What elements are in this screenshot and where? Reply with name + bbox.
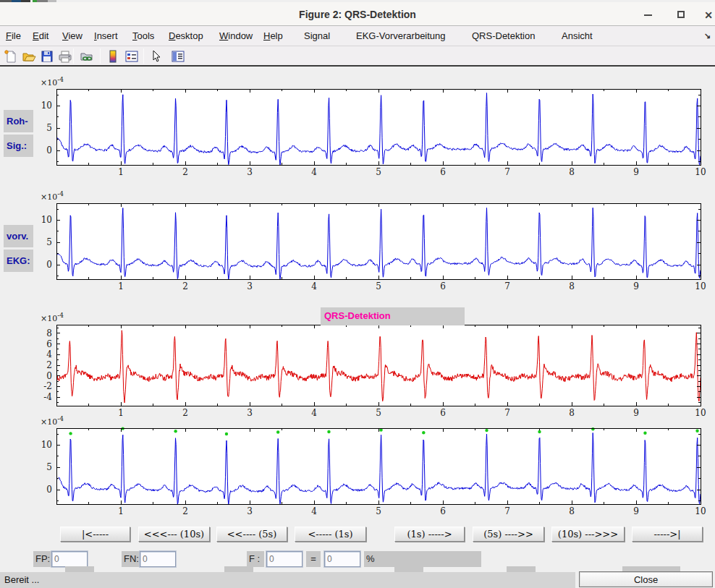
toolbar-separator <box>143 48 144 64</box>
ecg-plots: 123456789100510×10-4123456789100510×10-4… <box>0 72 715 522</box>
r-peak-marker <box>485 429 488 432</box>
edit-plot-icon[interactable] <box>148 48 164 64</box>
menu-qrs-detektion[interactable]: QRS-Detektion <box>472 30 535 41</box>
minimize-button[interactable] <box>640 8 656 22</box>
toolbar <box>0 46 715 67</box>
nav-forward-1s-button[interactable]: (1s) -----> <box>394 527 465 542</box>
svg-text:9: 9 <box>633 167 639 177</box>
svg-text:2: 2 <box>182 408 188 418</box>
menu-edit[interactable]: Edit <box>33 30 48 41</box>
fp-input[interactable] <box>51 551 88 567</box>
svg-text:10: 10 <box>695 167 706 177</box>
svg-text:8: 8 <box>569 408 575 418</box>
menu-tools[interactable]: Tools <box>132 30 154 41</box>
svg-text:5: 5 <box>46 237 52 247</box>
print-figure-icon[interactable] <box>57 48 73 64</box>
menu-file[interactable]: File <box>6 30 21 41</box>
svg-text:×10-4: ×10-4 <box>41 312 64 323</box>
status-bar: Bereit ... <box>0 572 575 588</box>
svg-text:×10-4: ×10-4 <box>41 76 64 88</box>
svg-text:×10-4: ×10-4 <box>41 190 64 202</box>
svg-text:-4: -4 <box>43 392 52 402</box>
r-peak-marker <box>121 427 124 430</box>
qrs-title: QRS-Detektion <box>321 307 465 324</box>
equals-label: = <box>306 551 321 567</box>
menu-insert[interactable]: Insert <box>94 30 118 41</box>
svg-text:10: 10 <box>695 281 706 291</box>
svg-text:4: 4 <box>311 281 317 291</box>
svg-text:7: 7 <box>504 281 510 291</box>
svg-text:5: 5 <box>46 462 52 472</box>
svg-text:1: 1 <box>118 167 124 177</box>
menu-ekg-vorverarbeitung[interactable]: EKG-Vorverarbeitung <box>356 30 446 41</box>
fn-label: FN: <box>122 551 140 567</box>
svg-text:9: 9 <box>633 506 639 516</box>
r-peak-marker <box>276 430 279 433</box>
svg-text:10: 10 <box>41 215 52 225</box>
title-bar[interactable]: Figure 2: QRS-Detektion ✕ <box>0 2 715 26</box>
close-window-button[interactable]: ✕ <box>701 8 715 22</box>
svg-text:6: 6 <box>440 408 446 418</box>
r-peak-marker <box>538 430 541 433</box>
f-percent-input[interactable] <box>324 551 360 567</box>
svg-text:7: 7 <box>504 167 510 177</box>
svg-text:3: 3 <box>247 408 253 418</box>
label-vorv: vorv. <box>4 225 33 247</box>
svg-text:0: 0 <box>46 485 52 495</box>
save-figure-icon[interactable] <box>39 48 55 64</box>
svg-text:6: 6 <box>46 339 52 349</box>
svg-text:5: 5 <box>46 123 52 133</box>
svg-text:10: 10 <box>695 506 706 516</box>
nav-back-1s-button[interactable]: <----- (1s) <box>295 527 366 542</box>
property-editor-icon[interactable] <box>170 48 186 64</box>
qrs-title-box: QRS-Detektion <box>321 307 465 325</box>
r-peak-marker <box>379 428 382 431</box>
subplot-roh_signal: 123456789100510×10-4 <box>41 76 706 177</box>
nav-back-5s-button[interactable]: <<---- (5s) <box>216 527 287 542</box>
nav-forward-5s-button[interactable]: (5s) ---->> <box>473 527 544 542</box>
svg-text:×10-4: ×10-4 <box>41 415 64 427</box>
nav-jump-start-button[interactable]: |<----- <box>60 527 130 542</box>
link-plot-icon[interactable] <box>79 48 95 64</box>
r-peak-marker <box>225 433 228 435</box>
menu-ansicht[interactable]: Ansicht <box>562 30 593 41</box>
r-peak-marker <box>327 430 330 433</box>
toolbar-separator <box>100 48 101 64</box>
svg-text:4: 4 <box>311 167 317 177</box>
svg-text:-2: -2 <box>43 381 52 391</box>
menu-desktop[interactable]: Desktop <box>169 30 203 41</box>
svg-text:10: 10 <box>41 101 52 111</box>
svg-text:9: 9 <box>633 281 639 291</box>
nav-forward-10s-button[interactable]: (10s) --->>> <box>551 527 625 542</box>
svg-text:3: 3 <box>247 281 253 291</box>
svg-text:2: 2 <box>182 167 188 177</box>
menu-view[interactable]: View <box>62 30 82 41</box>
menu-window[interactable]: Window <box>219 30 253 41</box>
figure-canvas: 123456789100510×10-4123456789100510×10-4… <box>0 67 715 526</box>
svg-text:3: 3 <box>247 506 253 516</box>
figure-window: Figure 2: QRS-Detektion ✕ File Edit View… <box>0 0 715 588</box>
nav-jump-end-button[interactable]: ----->| <box>632 527 703 542</box>
svg-text:6: 6 <box>440 167 446 177</box>
svg-text:0: 0 <box>46 371 52 381</box>
close-button[interactable]: Close <box>579 571 713 587</box>
r-peak-marker <box>174 430 177 433</box>
menu-signal[interactable]: Signal <box>304 30 330 41</box>
svg-text:4: 4 <box>311 408 317 418</box>
svg-text:2: 2 <box>182 281 188 291</box>
toolbar-separator <box>73 48 74 64</box>
svg-text:2: 2 <box>182 506 188 516</box>
svg-text:5: 5 <box>376 506 381 516</box>
open-file-icon[interactable] <box>21 48 37 64</box>
nav-back-10s-button[interactable]: <<<--- (10s) <box>138 527 210 542</box>
menu-overflow-arrow[interactable]: ↘ <box>704 31 711 41</box>
fn-input[interactable] <box>140 551 176 567</box>
insert-legend-icon[interactable] <box>124 48 140 64</box>
menu-help[interactable]: Help <box>263 30 283 41</box>
f-input[interactable] <box>266 551 302 567</box>
svg-text:10: 10 <box>41 440 52 450</box>
maximize-button[interactable] <box>673 8 689 22</box>
insert-colorbar-icon[interactable] <box>105 48 121 64</box>
svg-text:9: 9 <box>633 408 639 418</box>
new-figure-icon[interactable] <box>3 48 19 64</box>
